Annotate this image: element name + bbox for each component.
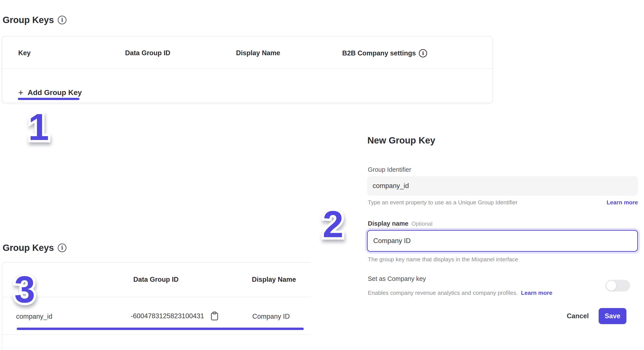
group-keys-heading-top: Group Keys i [2, 15, 66, 25]
step-1-badge: 1 1 [28, 108, 49, 146]
company-key-helper: Enables company revenue analytics and co… [368, 290, 518, 296]
learn-more-link[interactable]: Learn more [521, 290, 552, 296]
copy-icon[interactable] [210, 311, 218, 321]
step-1-highlight-underline [18, 98, 80, 100]
display-name-helper: The group key name that displays in the … [368, 256, 518, 263]
column-header-display-name: Display Name [236, 49, 280, 57]
step-3-highlight-underline [17, 328, 304, 330]
row-key-cell: company_id [16, 313, 52, 320]
group-keys-title: Group Keys [2, 15, 54, 25]
group-keys-table-empty: Key Data Group ID Display Name B2B Compa… [2, 36, 493, 103]
column-header-display-name: Display Name [252, 276, 296, 283]
new-group-key-title: New Group Key [368, 135, 435, 146]
company-key-label: Set as Company key [368, 275, 426, 282]
group-keys-heading-bottom: Group Keys i [2, 243, 66, 253]
group-identifier-input[interactable]: company_id [367, 176, 638, 196]
data-group-id-value: -6004783125823100431 [131, 312, 204, 320]
info-icon[interactable]: i [419, 49, 427, 57]
group-identifier-helper: Type an event property to use as a Uniqu… [368, 199, 518, 206]
plus-icon: + [18, 89, 23, 96]
toggle-knob [606, 281, 616, 291]
step-3-badge: 3 3 [14, 271, 35, 308]
display-name-label: Display name [368, 220, 408, 227]
step-2-badge: 2 2 [323, 206, 344, 243]
row-display-name-cell: Company ID [252, 313, 290, 320]
table-header-divider [2, 297, 311, 297]
row-data-group-id-cell: -6004783125823100431 [131, 311, 218, 321]
column-header-data-group-id: Data Group ID [133, 276, 178, 283]
group-keys-title: Group Keys [2, 243, 54, 253]
group-keys-table-filled: Key Data Group ID Display Name company_i… [2, 262, 311, 350]
group-identifier-value: company_id [372, 182, 409, 190]
column-header-key: Key [18, 49, 30, 57]
display-name-input[interactable]: Company ID [367, 230, 638, 252]
company-key-toggle[interactable] [605, 280, 630, 291]
display-name-value: Company ID [373, 237, 410, 245]
group-identifier-label: Group Identifier [368, 166, 411, 173]
add-group-key-label: Add Group Key [28, 88, 82, 97]
table-header-divider [2, 69, 492, 69]
optional-label: Optional [412, 220, 432, 227]
info-icon[interactable]: i [58, 244, 66, 252]
add-group-key-button[interactable]: + Add Group Key [18, 88, 82, 97]
info-icon[interactable]: i [58, 16, 66, 24]
row-divider [2, 334, 311, 335]
save-button[interactable]: Save [598, 308, 626, 324]
column-header-b2b-settings: B2B Company settings i [342, 49, 427, 57]
column-header-data-group-id: Data Group ID [125, 49, 170, 57]
learn-more-link[interactable]: Learn more [607, 199, 638, 206]
cancel-button[interactable]: Cancel [564, 311, 592, 321]
